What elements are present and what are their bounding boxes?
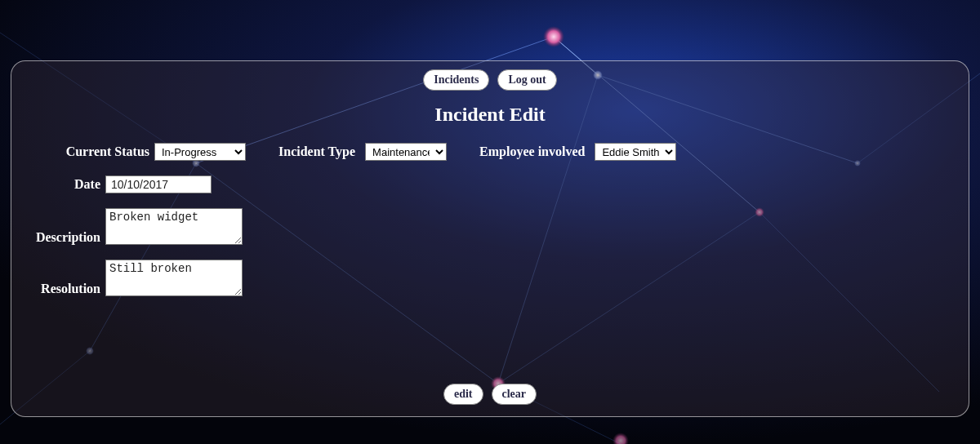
description-textarea[interactable]: Broken widget <box>105 208 243 245</box>
label-description: Description <box>28 230 105 245</box>
top-nav: Incidents Log out <box>11 69 969 91</box>
label-date: Date <box>28 177 105 192</box>
incident-edit-panel: Incidents Log out Incident Edit Current … <box>11 60 969 417</box>
nav-incidents-button[interactable]: Incidents <box>423 69 489 91</box>
clear-button[interactable]: clear <box>492 384 537 405</box>
employee-select[interactable]: Eddie Smith <box>595 143 676 161</box>
date-input[interactable] <box>105 175 212 193</box>
label-type: Incident Type <box>278 144 360 159</box>
edit-button[interactable]: edit <box>443 384 483 405</box>
label-resolution: Resolution <box>28 282 105 296</box>
incident-form: Current Status In-Progress Incident Type… <box>11 143 969 311</box>
form-actions: edit clear <box>11 384 969 405</box>
resolution-textarea[interactable]: Still broken <box>105 260 243 296</box>
nav-logout-button[interactable]: Log out <box>497 69 556 91</box>
page-title: Incident Edit <box>11 104 969 126</box>
incident-type-select[interactable]: Maintenance <box>365 143 447 161</box>
status-select[interactable]: In-Progress <box>154 143 246 161</box>
svg-point-14 <box>543 26 564 47</box>
label-employee: Employee involved <box>479 144 590 159</box>
label-status: Current Status <box>28 144 154 159</box>
